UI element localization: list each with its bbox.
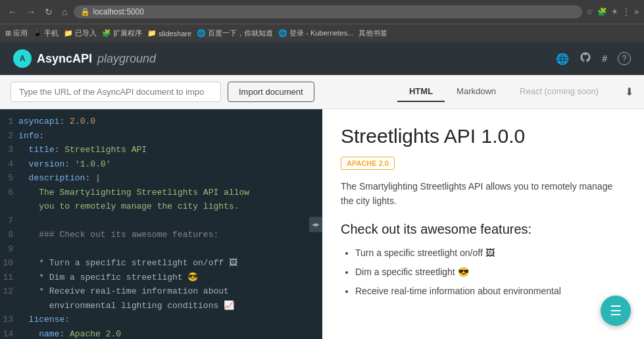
code-line-12a: 12 * Receive real-time information about (0, 284, 322, 299)
code-line-1: 1 asyncapi: 2.0.0 (0, 115, 322, 129)
baidu-icon: 🌐 (197, 29, 206, 38)
github-icon[interactable] (580, 51, 591, 66)
code-line-8: 8 ### Check out its awesome features: (0, 228, 322, 242)
tab-react: React (coming soon) (508, 82, 610, 102)
slack-icon[interactable]: # (602, 53, 607, 64)
bookmark-imported[interactable]: 📁 已导入 (64, 28, 97, 38)
code-line-9: 9 (0, 242, 322, 257)
reload-button[interactable]: ↻ (42, 5, 55, 18)
kubernetes-icon: 🌐 (278, 29, 287, 38)
browser-icons: ☆ 🧩 ☀ ⋮ » (586, 7, 639, 16)
code-line-12b: environmental lighting conditions 📈 (0, 299, 322, 313)
other-bookmarks[interactable]: 其他书签 (359, 28, 387, 38)
bookmarks-bar: ⊞ 应用 📱 手机 📁 已导入 🧩 扩展程序 📁 slideshare 🌐 百度… (0, 24, 644, 42)
bookmark-slideshare[interactable]: 📁 slideshare (147, 29, 191, 38)
app-subtitle: playground (97, 52, 156, 66)
bookmark-kubernetes[interactable]: 🌐 登录 - Kubernetes... (278, 28, 353, 38)
extensions-bookmark-icon: 🧩 (102, 29, 111, 38)
star-icon[interactable]: ☆ (586, 7, 593, 16)
code-line-13: 13 license: (0, 313, 322, 327)
bookmark-extensions[interactable]: 🧩 扩展程序 (102, 28, 142, 38)
code-panel: 1 asyncapi: 2.0.0 2 info: 3 title: Stree… (0, 109, 322, 339)
fab-icon: ☰ (610, 304, 622, 317)
logo-icon: A (13, 49, 32, 68)
fab-button[interactable]: ☰ (601, 296, 631, 326)
browser-chrome: ← → ↻ ⌂ 🔒 localhost:5000 ☆ 🧩 ☀ ⋮ » (0, 0, 644, 24)
api-title: Streetlights API 1.0.0 (341, 125, 626, 147)
code-line-6b: you to remotely manage the city lights. (0, 199, 322, 214)
main-content: 1 asyncapi: 2.0.0 2 info: 3 title: Stree… (0, 109, 644, 339)
help-icon[interactable]: ? (618, 52, 631, 65)
expand-button[interactable]: ◀▶ (309, 217, 322, 232)
address-bar[interactable]: 🔒 localhost:5000 (74, 5, 582, 18)
header-icons: 🌐 # ? (556, 51, 631, 66)
code-line-6a: 6 The Smartylighting Streetlights API al… (0, 186, 322, 200)
features-title: Check out its awesome features: (341, 222, 626, 237)
phone-icon: 📱 (33, 29, 42, 38)
menu-icon[interactable]: ⋮ (622, 7, 630, 16)
download-icon[interactable]: ⬇ (625, 86, 633, 98)
code-line-2: 2 info: (0, 129, 322, 143)
home-button[interactable]: ⌂ (59, 5, 70, 18)
code-line-7: 7 (0, 214, 322, 228)
back-button[interactable]: ← (5, 5, 20, 18)
tab-html[interactable]: HTML (397, 82, 445, 102)
bookmark-apps[interactable]: ⊞ 应用 (5, 28, 28, 38)
extensions-icon[interactable]: 🧩 (597, 7, 607, 16)
feature-item-2: Dim a specific streetlight 😎 (355, 264, 626, 280)
app-logo: A AsyncAPI playground (13, 49, 156, 68)
code-line-14: 14 name: Apache 2.0 (0, 327, 322, 340)
tab-markdown[interactable]: Markdown (445, 82, 508, 102)
slideshare-icon: 📁 (147, 29, 157, 38)
bookmark-phone[interactable]: 📱 手机 (33, 28, 59, 38)
tab-bar: HTML Markdown React (coming soon) (397, 82, 610, 102)
code-line-4: 4 version: '1.0.0' (0, 157, 322, 172)
import-button[interactable]: Import document (228, 82, 314, 102)
code-line-5: 5 description: | (0, 171, 322, 186)
features-list: Turn a specific streetlight on/off 🖼 Dim… (341, 245, 626, 300)
lock-icon: 🔒 (80, 7, 90, 16)
feature-item-1: Turn a specific streetlight on/off 🖼 (355, 245, 626, 261)
code-line-3: 3 title: Streetlights API (0, 143, 322, 157)
apps-icon: ⊞ (5, 29, 11, 38)
folder-icon: 📁 (64, 29, 73, 38)
license-badge: APACHE 2.0 (341, 157, 395, 170)
profile-icon[interactable]: ☀ (611, 7, 618, 16)
code-line-11: 11 * Dim a specific streetlight 😎 (0, 271, 322, 285)
app-header: A AsyncAPI playground 🌐 # ? (0, 42, 644, 75)
bookmark-baidu[interactable]: 🌐 百度一下，你就知道 (197, 28, 273, 38)
expand-icon: ◀▶ (312, 221, 320, 228)
url-input-bar: Import document HTML Markdown React (com… (0, 75, 644, 109)
globe-icon[interactable]: 🌐 (556, 53, 569, 65)
more-icon[interactable]: » (634, 7, 639, 16)
app-title: AsyncAPI (37, 52, 92, 66)
forward-button[interactable]: → (24, 5, 38, 18)
url-display: localhost:5000 (93, 7, 143, 16)
feature-item-3: Receive real-time information about envi… (355, 283, 626, 300)
render-panel: Streetlights API 1.0.0 APACHE 2.0 The Sm… (322, 109, 644, 339)
code-line-10: 10 * Turn a specific streetlight on/off … (0, 256, 322, 271)
api-description: The Smartylighting Streetlights API allo… (341, 179, 626, 209)
url-input[interactable] (11, 82, 221, 102)
